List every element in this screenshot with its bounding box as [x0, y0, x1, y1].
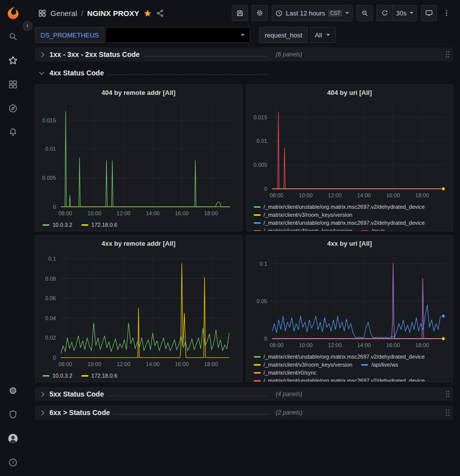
panel-4xx-by-uri: 4xx by uri [All] 08:0010:0012:0014:0016:… — [246, 235, 454, 382]
legend-item[interactable]: 172.18.0.6 — [81, 222, 117, 228]
panel-title[interactable]: 4xx by remote addr [All] — [39, 236, 238, 251]
page-title: NGINX PROXY — [87, 9, 139, 17]
dashboard-settings-button[interactable] — [252, 5, 268, 21]
chevron-down-icon — [326, 34, 330, 36]
settings-gear-icon[interactable] — [4, 382, 21, 399]
panel-title[interactable]: 404 by remote addr [All] — [39, 85, 238, 100]
panel-4xx-by-remote-addr: 4xx by remote addr [All] 08:0010:0012:00… — [35, 235, 242, 382]
svg-text:14:00: 14:00 — [357, 192, 371, 198]
svg-text:16:00: 16:00 — [175, 210, 189, 216]
expand-sidebar-button[interactable]: › — [22, 21, 32, 31]
panel-legend: 10.0.3.2172.18.0.6 — [39, 372, 238, 382]
row-1xx-3xx-2xx-status-code[interactable]: 1xx - 3xx - 2xx Status Code (6 panels) — [35, 47, 453, 61]
request-host-value-text: All — [315, 31, 322, 39]
legend-item[interactable]: 10.0.3.2 — [42, 373, 72, 379]
legend-item[interactable]: /_matrix/client/unstable/org.matrix.msc2… — [254, 220, 425, 226]
svg-text:0.015: 0.015 — [253, 114, 267, 120]
request-host-variable-label[interactable]: request_host — [259, 27, 308, 43]
alerting-bell-icon[interactable] — [4, 124, 21, 141]
help-icon[interactable]: ? — [4, 454, 21, 471]
legend-item[interactable]: /_matrix/client/r0/sync — [254, 370, 317, 376]
row-5xx-status-code[interactable]: 5xx Status Code (4 panels) — [35, 387, 453, 401]
chevron-down-icon — [241, 34, 245, 36]
server-admin-shield-icon[interactable] — [4, 406, 21, 423]
row-panel-count: (2 panels) — [276, 409, 302, 416]
dotted-leader — [108, 74, 269, 75]
legend-item[interactable]: /_matrix/client/v3/room_keys/version — [254, 212, 353, 218]
row-4xx-status-code[interactable]: 4xx Status Code — [35, 66, 453, 80]
gear-icon — [256, 9, 264, 17]
legend-label: /_matrix/client/unstable/org.matrix.msc2… — [264, 220, 425, 226]
legend-swatch — [81, 375, 88, 377]
search-icon[interactable] — [4, 28, 21, 45]
user-avatar[interactable] — [4, 430, 21, 447]
datasource-variable-value[interactable] — [106, 27, 250, 43]
legend-swatch — [81, 224, 88, 226]
legend-item[interactable]: /_matrix/client/unstable/org.matrix.msc2… — [254, 354, 425, 360]
svg-text:18:00: 18:00 — [204, 210, 218, 216]
legend-item[interactable]: /_matrix/client/unstable/org.matrix.msc2… — [254, 204, 425, 210]
svg-text:18:00: 18:00 — [415, 192, 429, 198]
chevron-right-icon — [39, 410, 44, 415]
row-6xx-status-code[interactable]: 6xx > Status Code (2 panels) — [35, 406, 453, 420]
svg-text:12:00: 12:00 — [117, 361, 131, 367]
refresh-interval-label: 30s — [396, 9, 407, 17]
timeseries-chart[interactable]: 08:0010:0012:0014:0016:0018:0000.0050.01… — [39, 100, 238, 221]
save-dashboard-button[interactable] — [232, 5, 248, 21]
chevron-down-icon — [39, 70, 44, 75]
grafana-app: ? › General / NGINX PROXY — [0, 0, 460, 476]
legend-label: /_matrix/client/v3/room_keys/version — [264, 228, 353, 231]
share-icon[interactable] — [156, 9, 164, 17]
svg-text:08:00: 08:00 — [269, 192, 283, 198]
legend-item[interactable]: /_matrix/client/v3/room_keys/version — [254, 228, 353, 231]
panel-legend: 10.0.3.2172.18.0.6 — [39, 221, 238, 231]
dashboard-content: 1xx - 3xx - 2xx Status Code (6 panels) 4… — [26, 44, 460, 476]
svg-text:16:00: 16:00 — [386, 192, 400, 198]
row-drag-handle-icon[interactable] — [445, 390, 450, 398]
row-drag-handle-icon[interactable] — [445, 50, 450, 58]
chevron-down-icon — [345, 12, 349, 14]
svg-text:16:00: 16:00 — [175, 361, 189, 367]
dashboards-icon[interactable] — [4, 76, 21, 93]
svg-text:0.02: 0.02 — [45, 335, 56, 341]
refresh-icon — [381, 9, 389, 17]
legend-label: /_matrix/client/unstable/org.matrix.msc2… — [264, 378, 425, 382]
timeseries-chart[interactable]: 08:0010:0012:0014:0016:0018:0000.020.040… — [39, 251, 238, 372]
breadcrumb-folder[interactable]: General — [50, 9, 77, 17]
legend-item[interactable]: /_matrix/client/v3/room_keys/version — [254, 362, 353, 368]
timeseries-chart[interactable]: 08:0010:0012:0014:0016:0018:0000.050.1 — [251, 251, 449, 353]
more-options-kebab-button[interactable] — [441, 5, 452, 21]
tv-mode-button[interactable] — [421, 5, 437, 21]
svg-text:0.015: 0.015 — [42, 117, 56, 123]
explore-compass-icon[interactable] — [4, 100, 21, 117]
panel-title[interactable]: 4xx by uri [All] — [251, 236, 449, 251]
refresh-button[interactable] — [377, 5, 393, 21]
timeseries-chart[interactable]: 08:0010:0012:0014:0016:0018:0000.0050.01… — [251, 100, 449, 203]
grafana-logo[interactable] — [4, 4, 21, 21]
legend-item[interactable]: /sw.js — [361, 228, 385, 231]
svg-text:10:00: 10:00 — [87, 210, 101, 216]
time-range-picker[interactable]: Last 12 hours CST — [272, 5, 353, 21]
refresh-interval-picker[interactable]: 30s — [393, 5, 417, 21]
row-title: 6xx > Status Code — [49, 409, 110, 417]
legend-item[interactable]: 10.0.3.2 — [42, 222, 72, 228]
row-drag-handle-icon[interactable] — [445, 409, 450, 417]
legend-item[interactable]: /api/live/ws — [361, 362, 398, 368]
dotted-leader — [108, 396, 269, 396]
legend-swatch — [254, 372, 261, 374]
timezone-badge: CST — [328, 10, 342, 16]
zoom-out-time-button[interactable] — [357, 5, 373, 21]
favorite-star-icon[interactable] — [143, 9, 152, 17]
legend-label: 10.0.3.2 — [52, 222, 72, 228]
legend-item[interactable]: 172.18.0.6 — [81, 373, 117, 379]
svg-text:16:00: 16:00 — [386, 342, 400, 348]
request-host-variable-value[interactable]: All — [310, 27, 335, 43]
starred-dashboards-icon[interactable] — [4, 52, 21, 69]
legend-item[interactable]: /_matrix/client/unstable/org.matrix.msc2… — [254, 378, 425, 382]
datasource-variable-label[interactable]: DS_PROMETHEUS — [35, 27, 104, 43]
row-title: 1xx - 3xx - 2xx Status Code — [49, 50, 140, 58]
legend-label: 172.18.0.6 — [91, 373, 117, 379]
panel-title[interactable]: 404 by uri [All] — [251, 85, 449, 100]
panel-404-by-remote-addr: 404 by remote addr [All] 08:0010:0012:00… — [35, 84, 242, 231]
legend-swatch — [361, 364, 368, 366]
